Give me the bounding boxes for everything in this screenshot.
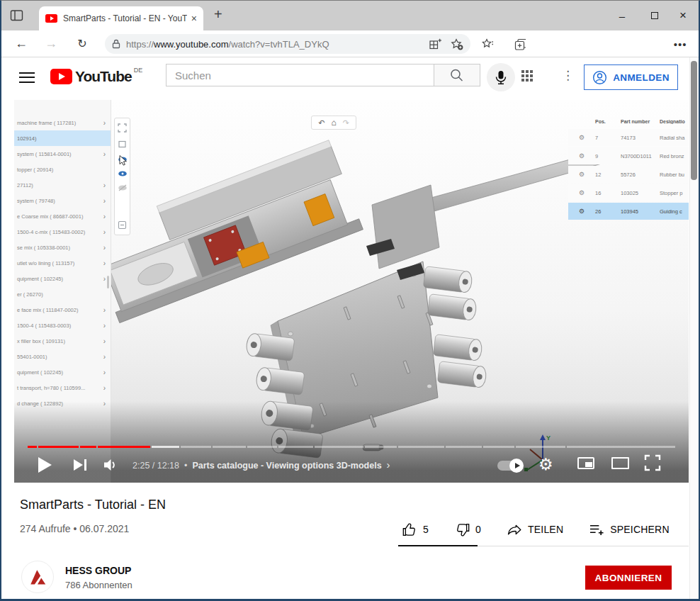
page-scrollbar[interactable] [689,57,699,599]
parts-table-row[interactable]: ⚙16103025Stopper p [568,184,689,201]
progress-segment [213,446,247,448]
tab-close-icon[interactable]: × [191,13,197,24]
tree-item[interactable]: system ( 79748)› [14,193,111,208]
tree-item[interactable]: topper ( 20914) [14,162,111,177]
tree-item[interactable]: quipment ( 102245)› [14,364,111,380]
tree-item[interactable]: 27112)› [14,177,111,193]
chapter-chevron-icon[interactable]: › [387,459,390,471]
dislike-button[interactable]: 0 [451,522,485,538]
chevron-right-icon[interactable]: › [103,181,111,189]
refresh-button[interactable]: ↻ [71,33,94,54]
tree-item-label: 27112) [14,182,103,189]
url-text[interactable]: https://www.youtube.com/watch?v=tvhTLA_D… [126,39,420,50]
chevron-right-icon[interactable]: › [103,322,111,330]
browser-menu-button[interactable]: ••• [670,35,690,54]
collections-button[interactable] [510,35,530,54]
tree-item[interactable]: utlet w/o lining ( 113157)› [14,255,111,271]
tree-item[interactable]: quipment ( 102245)› [14,271,111,286]
like-button[interactable]: 5 [398,522,433,538]
chevron-right-icon[interactable]: › [103,197,111,205]
hamburger-menu-icon[interactable] [19,72,35,84]
tree-item-label: 1500-4 c-mix ( 115483-0002) [14,229,103,235]
subscribe-button[interactable]: ABONNIEREN [585,566,672,590]
gear-icon[interactable]: ⚙ [579,134,585,141]
theater-mode-button[interactable] [611,457,629,469]
window-minimize-button[interactable]: – [611,6,633,26]
gear-icon[interactable]: ⚙ [579,171,585,178]
tree-item[interactable]: system ( 115814-0001)› [14,146,111,162]
address-bar[interactable]: https://www.youtube.com/watch?v=tvhTLA_D… [105,34,470,54]
fullscreen-button[interactable] [644,454,661,473]
collapse-minus-icon[interactable] [118,220,127,230]
chapter-title[interactable]: Parts catalogue - Viewing options 3D-mod… [192,461,381,471]
voice-search-button[interactable] [487,63,515,91]
tree-item[interactable]: 102914) [14,130,111,146]
search-input[interactable] [166,64,434,86]
video-title: SmartParts - Tutorial - EN [20,498,166,512]
search-box[interactable] [166,64,434,86]
chevron-right-icon[interactable]: › [103,306,111,314]
chevron-right-icon[interactable]: › [103,119,111,127]
chevron-right-icon[interactable]: › [103,353,111,361]
progress-bar[interactable] [28,446,675,448]
home-view-icon[interactable]: ⌂ [331,118,336,127]
tree-item[interactable]: er ( 26270) [14,286,111,302]
youtube-apps-icon[interactable] [521,70,533,82]
fit-view-icon[interactable] [118,123,127,133]
split-screen-icon[interactable] [429,38,442,50]
window-close-button[interactable]: × [672,6,694,26]
chevron-right-icon[interactable]: › [103,259,111,267]
chevron-right-icon[interactable]: › [103,337,111,345]
miniplayer-button[interactable] [577,457,594,469]
channel-name[interactable]: HESS GROUP [65,565,131,576]
player-settings-gear-icon[interactable]: ⚙ [538,451,553,478]
gear-icon[interactable]: ⚙ [579,152,585,159]
undo-icon[interactable]: ↶ [318,119,324,127]
tree-scrollbar[interactable] [107,276,109,288]
play-button[interactable] [38,457,52,473]
browser-tab[interactable]: SmartParts - Tutorial - EN - YouT × [39,6,203,30]
signin-button[interactable]: ANMELDEN [584,64,678,90]
tree-item[interactable]: e face mix ( 111847-0002)› [14,302,111,318]
youtube-logo[interactable]: YouTube DE [50,69,142,84]
save-button[interactable]: SPEICHERN [585,522,673,537]
tree-item[interactable]: se mix ( 105338-0001)› [14,240,111,255]
share-button[interactable]: TEILEN [503,522,568,537]
selection-box-icon[interactable] [118,140,127,149]
chevron-right-icon[interactable]: › [103,384,111,392]
chevron-right-icon[interactable]: › [103,228,111,236]
next-video-button[interactable] [74,459,86,471]
tree-item[interactable]: machine frame ( 117281)› [14,115,111,130]
youtube-settings-menu-icon[interactable]: ⋮ [558,67,578,84]
favorites-button[interactable] [478,35,497,54]
tree-item[interactable]: 1500-4 c-mix ( 115483-0002)› [14,224,111,240]
gear-icon[interactable]: ⚙ [579,189,585,196]
window-maximize-button[interactable] [643,6,666,26]
tree-item[interactable]: 1500-4 ( 115483-0003)› [14,318,111,333]
gear-icon[interactable]: ⚙ [579,208,585,215]
chevron-right-icon[interactable]: › [103,213,111,220]
volume-button[interactable] [104,459,118,473]
search-button[interactable] [434,64,480,86]
parts-table-row[interactable]: ⚙774173Radial sha [568,129,689,146]
autoplay-toggle[interactable] [497,461,521,471]
chevron-right-icon[interactable]: › [103,244,111,252]
add-favorite-icon[interactable] [451,38,463,50]
scrollbar-thumb[interactable] [691,61,697,180]
back-button[interactable]: ← [10,33,33,54]
new-tab-button[interactable]: + [210,6,227,23]
parts-table-row[interactable]: ⚙9N3700D1011Red bronz [568,147,689,164]
chevron-right-icon[interactable]: › [103,150,111,158]
parts-table-row[interactable]: ⚙26103945Guiding c [568,203,689,220]
channel-avatar[interactable] [21,561,54,593]
tree-item[interactable]: e Coarse mix ( 86687-0001)› [14,208,111,224]
chevron-right-icon[interactable]: › [103,369,111,376]
isolate-part-eye-icon[interactable] [118,170,128,177]
tab-actions-icon[interactable] [7,8,27,25]
video-player[interactable]: machine frame ( 117281)›102914)system ( … [14,100,689,483]
tree-item[interactable]: x filler box ( 109131)› [14,333,111,349]
parts-table-row[interactable]: ⚙1255726Rubber bu [568,166,689,183]
tree-item[interactable]: t transport, h=780 ( 110599...› [14,380,111,395]
tree-item[interactable]: 55401-0001)› [14,349,111,364]
hide-part-eye-icon[interactable] [118,184,128,191]
